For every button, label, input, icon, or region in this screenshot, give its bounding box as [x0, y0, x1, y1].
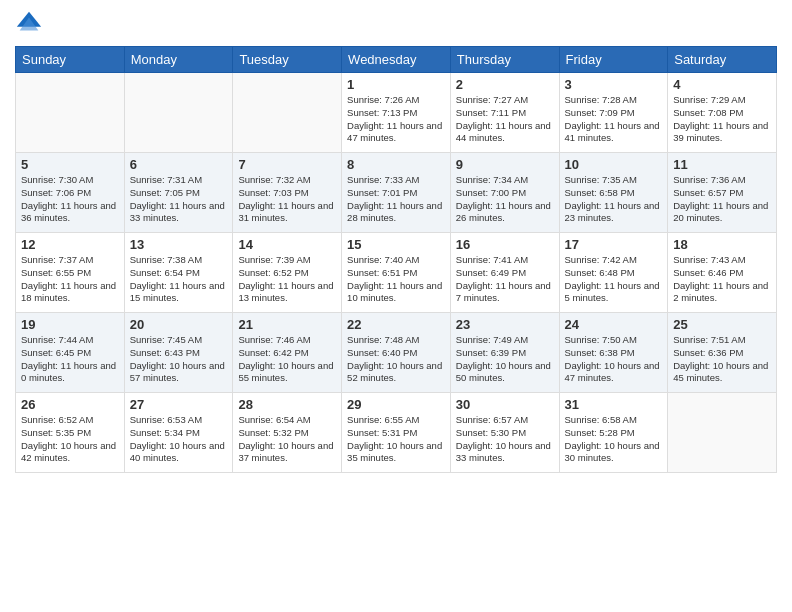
day-info: Sunrise: 7:39 AM Sunset: 6:52 PM Dayligh…: [238, 254, 336, 305]
day-number: 24: [565, 317, 663, 332]
day-info: Sunrise: 7:44 AM Sunset: 6:45 PM Dayligh…: [21, 334, 119, 385]
col-header-thursday: Thursday: [450, 47, 559, 73]
calendar-cell: 27Sunrise: 6:53 AM Sunset: 5:34 PM Dayli…: [124, 393, 233, 473]
calendar-cell: 13Sunrise: 7:38 AM Sunset: 6:54 PM Dayli…: [124, 233, 233, 313]
day-info: Sunrise: 7:46 AM Sunset: 6:42 PM Dayligh…: [238, 334, 336, 385]
day-number: 28: [238, 397, 336, 412]
calendar-cell: 3Sunrise: 7:28 AM Sunset: 7:09 PM Daylig…: [559, 73, 668, 153]
col-header-monday: Monday: [124, 47, 233, 73]
calendar-cell: [16, 73, 125, 153]
header: [15, 10, 777, 38]
calendar-cell: 21Sunrise: 7:46 AM Sunset: 6:42 PM Dayli…: [233, 313, 342, 393]
day-number: 10: [565, 157, 663, 172]
calendar-week-4: 19Sunrise: 7:44 AM Sunset: 6:45 PM Dayli…: [16, 313, 777, 393]
day-number: 7: [238, 157, 336, 172]
day-number: 22: [347, 317, 445, 332]
day-info: Sunrise: 7:42 AM Sunset: 6:48 PM Dayligh…: [565, 254, 663, 305]
calendar-cell: 5Sunrise: 7:30 AM Sunset: 7:06 PM Daylig…: [16, 153, 125, 233]
day-number: 1: [347, 77, 445, 92]
col-header-wednesday: Wednesday: [342, 47, 451, 73]
day-number: 16: [456, 237, 554, 252]
day-info: Sunrise: 7:38 AM Sunset: 6:54 PM Dayligh…: [130, 254, 228, 305]
calendar-cell: 16Sunrise: 7:41 AM Sunset: 6:49 PM Dayli…: [450, 233, 559, 313]
day-number: 14: [238, 237, 336, 252]
calendar-cell: [233, 73, 342, 153]
day-info: Sunrise: 6:55 AM Sunset: 5:31 PM Dayligh…: [347, 414, 445, 465]
calendar-cell: 15Sunrise: 7:40 AM Sunset: 6:51 PM Dayli…: [342, 233, 451, 313]
day-number: 31: [565, 397, 663, 412]
logo: [15, 10, 47, 38]
day-info: Sunrise: 7:40 AM Sunset: 6:51 PM Dayligh…: [347, 254, 445, 305]
day-info: Sunrise: 7:50 AM Sunset: 6:38 PM Dayligh…: [565, 334, 663, 385]
day-info: Sunrise: 7:37 AM Sunset: 6:55 PM Dayligh…: [21, 254, 119, 305]
day-number: 23: [456, 317, 554, 332]
day-number: 3: [565, 77, 663, 92]
day-number: 6: [130, 157, 228, 172]
calendar-cell: 28Sunrise: 6:54 AM Sunset: 5:32 PM Dayli…: [233, 393, 342, 473]
calendar: SundayMondayTuesdayWednesdayThursdayFrid…: [15, 46, 777, 473]
calendar-cell: 24Sunrise: 7:50 AM Sunset: 6:38 PM Dayli…: [559, 313, 668, 393]
calendar-cell: 1Sunrise: 7:26 AM Sunset: 7:13 PM Daylig…: [342, 73, 451, 153]
day-info: Sunrise: 7:45 AM Sunset: 6:43 PM Dayligh…: [130, 334, 228, 385]
day-info: Sunrise: 6:57 AM Sunset: 5:30 PM Dayligh…: [456, 414, 554, 465]
col-header-saturday: Saturday: [668, 47, 777, 73]
day-number: 9: [456, 157, 554, 172]
calendar-cell: 17Sunrise: 7:42 AM Sunset: 6:48 PM Dayli…: [559, 233, 668, 313]
calendar-cell: [668, 393, 777, 473]
calendar-week-1: 1Sunrise: 7:26 AM Sunset: 7:13 PM Daylig…: [16, 73, 777, 153]
calendar-week-3: 12Sunrise: 7:37 AM Sunset: 6:55 PM Dayli…: [16, 233, 777, 313]
day-number: 4: [673, 77, 771, 92]
logo-icon: [15, 10, 43, 38]
calendar-cell: 9Sunrise: 7:34 AM Sunset: 7:00 PM Daylig…: [450, 153, 559, 233]
calendar-cell: 20Sunrise: 7:45 AM Sunset: 6:43 PM Dayli…: [124, 313, 233, 393]
calendar-cell: 10Sunrise: 7:35 AM Sunset: 6:58 PM Dayli…: [559, 153, 668, 233]
day-info: Sunrise: 7:26 AM Sunset: 7:13 PM Dayligh…: [347, 94, 445, 145]
day-number: 26: [21, 397, 119, 412]
day-info: Sunrise: 7:31 AM Sunset: 7:05 PM Dayligh…: [130, 174, 228, 225]
day-info: Sunrise: 7:30 AM Sunset: 7:06 PM Dayligh…: [21, 174, 119, 225]
calendar-cell: 14Sunrise: 7:39 AM Sunset: 6:52 PM Dayli…: [233, 233, 342, 313]
day-info: Sunrise: 7:48 AM Sunset: 6:40 PM Dayligh…: [347, 334, 445, 385]
calendar-cell: 18Sunrise: 7:43 AM Sunset: 6:46 PM Dayli…: [668, 233, 777, 313]
day-info: Sunrise: 7:27 AM Sunset: 7:11 PM Dayligh…: [456, 94, 554, 145]
calendar-cell: 11Sunrise: 7:36 AM Sunset: 6:57 PM Dayli…: [668, 153, 777, 233]
day-number: 19: [21, 317, 119, 332]
day-number: 15: [347, 237, 445, 252]
day-info: Sunrise: 7:34 AM Sunset: 7:00 PM Dayligh…: [456, 174, 554, 225]
calendar-cell: [124, 73, 233, 153]
day-info: Sunrise: 6:52 AM Sunset: 5:35 PM Dayligh…: [21, 414, 119, 465]
day-info: Sunrise: 7:41 AM Sunset: 6:49 PM Dayligh…: [456, 254, 554, 305]
calendar-header-row: SundayMondayTuesdayWednesdayThursdayFrid…: [16, 47, 777, 73]
day-number: 17: [565, 237, 663, 252]
day-number: 2: [456, 77, 554, 92]
day-number: 5: [21, 157, 119, 172]
day-info: Sunrise: 6:58 AM Sunset: 5:28 PM Dayligh…: [565, 414, 663, 465]
day-info: Sunrise: 7:35 AM Sunset: 6:58 PM Dayligh…: [565, 174, 663, 225]
day-info: Sunrise: 7:29 AM Sunset: 7:08 PM Dayligh…: [673, 94, 771, 145]
day-number: 8: [347, 157, 445, 172]
calendar-cell: 12Sunrise: 7:37 AM Sunset: 6:55 PM Dayli…: [16, 233, 125, 313]
day-info: Sunrise: 7:32 AM Sunset: 7:03 PM Dayligh…: [238, 174, 336, 225]
day-info: Sunrise: 7:33 AM Sunset: 7:01 PM Dayligh…: [347, 174, 445, 225]
calendar-cell: 4Sunrise: 7:29 AM Sunset: 7:08 PM Daylig…: [668, 73, 777, 153]
day-info: Sunrise: 7:36 AM Sunset: 6:57 PM Dayligh…: [673, 174, 771, 225]
calendar-cell: 29Sunrise: 6:55 AM Sunset: 5:31 PM Dayli…: [342, 393, 451, 473]
day-info: Sunrise: 7:43 AM Sunset: 6:46 PM Dayligh…: [673, 254, 771, 305]
day-number: 29: [347, 397, 445, 412]
calendar-cell: 23Sunrise: 7:49 AM Sunset: 6:39 PM Dayli…: [450, 313, 559, 393]
day-number: 18: [673, 237, 771, 252]
col-header-sunday: Sunday: [16, 47, 125, 73]
calendar-cell: 2Sunrise: 7:27 AM Sunset: 7:11 PM Daylig…: [450, 73, 559, 153]
day-number: 30: [456, 397, 554, 412]
calendar-cell: 30Sunrise: 6:57 AM Sunset: 5:30 PM Dayli…: [450, 393, 559, 473]
day-info: Sunrise: 7:28 AM Sunset: 7:09 PM Dayligh…: [565, 94, 663, 145]
calendar-cell: 25Sunrise: 7:51 AM Sunset: 6:36 PM Dayli…: [668, 313, 777, 393]
col-header-friday: Friday: [559, 47, 668, 73]
day-number: 12: [21, 237, 119, 252]
day-info: Sunrise: 7:51 AM Sunset: 6:36 PM Dayligh…: [673, 334, 771, 385]
day-number: 27: [130, 397, 228, 412]
day-info: Sunrise: 6:54 AM Sunset: 5:32 PM Dayligh…: [238, 414, 336, 465]
calendar-cell: 8Sunrise: 7:33 AM Sunset: 7:01 PM Daylig…: [342, 153, 451, 233]
day-number: 13: [130, 237, 228, 252]
day-number: 11: [673, 157, 771, 172]
